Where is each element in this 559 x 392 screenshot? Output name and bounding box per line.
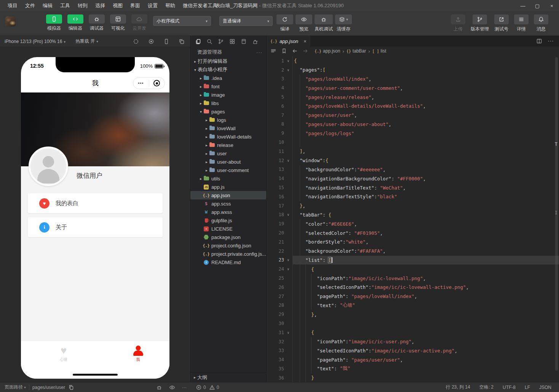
tree-item-image[interactable]: ▸image [190, 91, 266, 99]
tree-item-user-comment[interactable]: ▸user-comment [190, 166, 266, 174]
more-icon[interactable]: ••• [133, 81, 149, 85]
code-line-8[interactable]: 8 "pages/user-about/user-about", [267, 120, 559, 129]
menu-选择[interactable]: 选择 [91, 2, 109, 9]
mode-button-云开发[interactable]: 云开发 [130, 14, 149, 32]
menu-card-关于[interactable]: i关于 [28, 217, 163, 237]
menu-文件[interactable]: 文件 [21, 2, 39, 9]
tree-item-app.wxss[interactable]: Wapp.wxss [190, 208, 266, 216]
tree-item-app.scss[interactable]: Sapp.scss [190, 199, 266, 208]
tree-item-user[interactable]: ▸user [190, 149, 266, 158]
fold-chevron-icon[interactable]: ∨ [284, 258, 292, 262]
extensions-icon[interactable] [229, 38, 235, 45]
copy-icon[interactable] [68, 384, 74, 390]
menu-编辑[interactable]: 编辑 [39, 2, 56, 9]
code-line-13[interactable]: 13 "backgroundColor":"#eeeeee", [267, 165, 559, 174]
phone-tab-心墙[interactable]: ♥心墙 [48, 346, 79, 362]
minimize-button[interactable]: — [516, 0, 530, 11]
device-select[interactable]: iPhone 12/13 (Pro) 100% 16▾ [5, 39, 65, 44]
code-line-21[interactable]: 21 "borderStyle":"white", [267, 237, 559, 247]
close-button[interactable]: × [545, 0, 559, 11]
tree-item-app.js[interactable]: JSapp.js [190, 183, 266, 191]
tree-item-loveWall-details[interactable]: ▸loveWall-details [190, 132, 266, 141]
menu-项目[interactable]: 项目 [4, 2, 21, 9]
code-line-5[interactable]: 5 "pages/release/release", [267, 92, 559, 102]
mode-button-模拟器[interactable]: 模拟器 [45, 14, 63, 32]
avatar[interactable] [29, 147, 68, 186]
code-line-2[interactable]: 2∨ "pages":[ [267, 65, 559, 75]
code-line-36[interactable]: 36 } [267, 373, 559, 382]
code-line-15[interactable]: 15 "navigationBarTitleText": "WeChat", [267, 183, 559, 192]
tree-item-project.config.json[interactable]: {.}project.config.json [190, 241, 266, 250]
back-arrow-icon[interactable] [292, 48, 298, 54]
tree-item-project.private.config.js...[interactable]: {.}project.private.config.js... [190, 250, 266, 258]
code-line-28[interactable]: 28 "text": "心墙" [267, 301, 559, 310]
code-editor[interactable]: 1∨{2∨ "pages":[3 "pages/loveWall/index",… [267, 56, 559, 382]
fold-chevron-icon[interactable]: ∨ [284, 68, 292, 72]
menu-帮助[interactable]: 帮助 [161, 2, 179, 9]
code-line-6[interactable]: 6 "pages/loveWall-details/loveWall-detai… [267, 102, 559, 111]
tree-item-loveWall[interactable]: ▸loveWall [190, 124, 266, 132]
fold-chevron-icon[interactable]: ∨ [284, 331, 292, 335]
code-line-34[interactable]: 34 "pagePath": "pages/user/user", [267, 355, 559, 364]
status-item[interactable]: 空格: 2 [479, 384, 494, 390]
menu-视图[interactable]: 视图 [109, 2, 126, 9]
files-icon[interactable] [195, 38, 201, 45]
fold-chevron-icon[interactable]: ∨ [284, 159, 292, 163]
close-tab-icon[interactable]: × [303, 38, 307, 44]
tree-item-package.json[interactable]: package.json [190, 233, 266, 241]
code-line-1[interactable]: 1∨{ [267, 56, 559, 65]
code-line-29[interactable]: 29 }, [267, 310, 559, 319]
code-line-26[interactable]: 26 "selectedIconPath":"image/ic/ic-lovew… [267, 283, 559, 292]
maximize-button[interactable]: ▢ [530, 0, 545, 11]
tree-item-logs[interactable]: ▸logs [190, 116, 266, 124]
status-item[interactable]: UTF-8 [503, 385, 516, 390]
status-item[interactable]: JSON [539, 385, 551, 390]
menu-界面[interactable]: 界面 [126, 2, 144, 9]
code-line-25[interactable]: 25 "iconPath":"image/ic/ic-lovewall.png"… [267, 274, 559, 283]
code-line-20[interactable]: 20 "selectedColor": "#F01905", [267, 228, 559, 237]
code-line-32[interactable]: 32 "iconPath":"image/ic/ic-user.png", [267, 337, 559, 346]
menu-card-我的表白[interactable]: ♥我的表白 [28, 193, 163, 213]
code-line-19[interactable]: 19 "color":"#E6E6E6", [267, 219, 559, 228]
mode-select[interactable]: 小程序模式 ▾ [153, 16, 211, 26]
fold-chevron-icon[interactable]: ∨ [284, 59, 292, 63]
file-box-icon[interactable] [241, 38, 247, 45]
fold-chevron-icon[interactable]: ∨ [284, 213, 292, 217]
tree-item-README.md[interactable]: iREADME.md [190, 258, 266, 266]
detach-window-icon[interactable] [179, 38, 185, 45]
status-item[interactable]: LF [525, 385, 530, 390]
teapot-icon[interactable] [252, 38, 258, 45]
action-button-预览[interactable]: 预览 [295, 14, 312, 32]
menu-转到[interactable]: 转到 [74, 2, 91, 9]
toolbar-button-上传[interactable]: 上传 [451, 14, 465, 32]
action-button-编译[interactable]: 编译 [276, 14, 293, 32]
status-more-icon[interactable]: ··· [182, 385, 187, 390]
status-item[interactable]: 行 23, 列 14 [446, 384, 470, 390]
code-line-9[interactable]: 9 "pages/logs/logs" [267, 129, 559, 138]
tree-item-release[interactable]: ▸release [190, 141, 266, 149]
menu-微信开发者工具[interactable]: 微信开发者工具 [179, 2, 221, 9]
menu-设置[interactable]: 设置 [144, 2, 161, 9]
search-icon[interactable] [206, 38, 212, 45]
editor-more-icon[interactable]: ··· [548, 38, 554, 45]
code-line-3[interactable]: 3 "pages/loveWall/index", [267, 75, 559, 84]
code-line-4[interactable]: 4 "pages/user-comment/user-comment", [267, 83, 559, 92]
code-line-22[interactable]: 22 "backgroundColor":"#FAFAFA", [267, 247, 559, 256]
menu-工具[interactable]: 工具 [56, 2, 74, 9]
outline-section[interactable]: ▸ 大纲 [190, 372, 266, 382]
fold-chevron-icon[interactable]: ∨ [284, 267, 292, 271]
code-line-27[interactable]: 27 "pagePath": "pages/loveWall/index", [267, 292, 559, 301]
tree-item-font[interactable]: ▸font [190, 82, 266, 91]
code-line-10[interactable]: 10 [267, 138, 559, 147]
tree-item-utils[interactable]: ▸utils [190, 174, 266, 183]
device-frame-icon[interactable] [163, 38, 169, 45]
tree-item-app.json[interactable]: {.}app.json [190, 191, 266, 199]
action-button-清缓存[interactable]: ▾清缓存 [335, 14, 352, 32]
more-actions-icon[interactable]: ··· [256, 49, 262, 55]
mode-button-编辑器[interactable]: 编辑器 [66, 14, 85, 32]
problems-indicator[interactable]: 0 0 [196, 384, 219, 390]
exit-target-icon[interactable] [149, 80, 165, 86]
bookmark-icon[interactable] [281, 48, 287, 54]
code-line-23[interactable]: 23∨ "list": [ [267, 256, 559, 265]
tab-app-json[interactable]: {.} app.json × [267, 36, 310, 46]
